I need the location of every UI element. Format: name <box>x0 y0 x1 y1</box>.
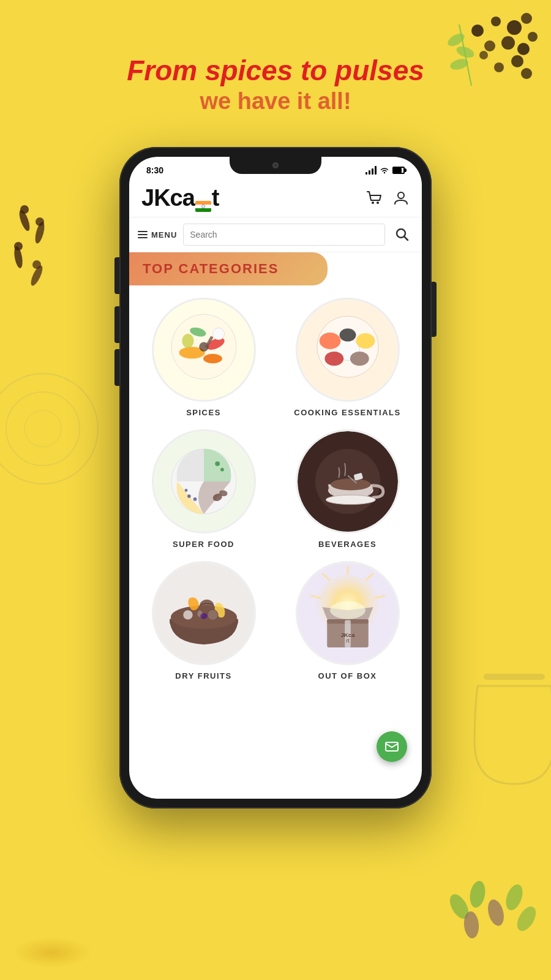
spices-image <box>152 298 256 402</box>
phone-mockup: 8:30 <box>119 147 432 809</box>
dry-fruits-label: DRY FRUITS <box>175 671 231 680</box>
camera-dot <box>272 162 279 168</box>
cloves-decoration <box>6 196 61 318</box>
svg-point-22 <box>29 264 45 287</box>
beverages-label: BEVERAGES <box>318 540 377 549</box>
svg-point-65 <box>193 497 197 501</box>
svg-point-3 <box>521 13 532 24</box>
category-dry-fruits[interactable]: DRY FRUITS <box>138 561 269 680</box>
menu-label: MENU <box>151 230 177 239</box>
out-of-box-image: JKca rt <box>296 561 400 665</box>
phone-notch <box>230 157 321 174</box>
status-icons <box>365 166 405 175</box>
category-super-food[interactable]: SUPER FOOD <box>138 429 269 549</box>
svg-point-4 <box>501 36 515 50</box>
cooking-essentials-label: COOKING ESSENTIALS <box>294 408 400 417</box>
super-food-image <box>152 429 256 533</box>
beverages-image <box>296 429 400 533</box>
svg-point-48 <box>212 328 224 339</box>
svg-point-73 <box>326 495 375 504</box>
status-time: 8:30 <box>146 165 163 175</box>
svg-point-26 <box>485 898 507 928</box>
jar-illustration <box>465 662 551 796</box>
svg-point-31 <box>6 392 80 466</box>
svg-point-34 <box>201 205 204 208</box>
logo-jk: JK <box>141 185 170 211</box>
svg-point-80 <box>183 610 192 619</box>
svg-text:rt: rt <box>346 638 350 644</box>
svg-point-28 <box>463 911 480 939</box>
svg-point-17 <box>20 205 29 214</box>
logo-t: t <box>212 185 219 211</box>
svg-point-21 <box>14 242 23 251</box>
tagline-main: From spices to pulses <box>0 55 551 86</box>
categories-grid: SPICES <box>138 298 413 693</box>
category-spices[interactable]: SPICES <box>138 298 269 417</box>
wifi-icon <box>380 167 389 174</box>
svg-point-45 <box>203 354 222 363</box>
svg-point-16 <box>17 209 32 232</box>
logo-flag <box>195 184 212 212</box>
category-cooking-essentials[interactable]: COOKING ESSENTIALS <box>282 298 413 417</box>
svg-point-13 <box>446 31 467 49</box>
svg-point-36 <box>377 202 379 204</box>
category-out-of-box[interactable]: JKca rt OUT OF BOX <box>282 561 413 680</box>
svg-point-55 <box>350 352 369 366</box>
profile-icon[interactable] <box>392 189 410 206</box>
svg-point-70 <box>331 478 371 490</box>
svg-point-37 <box>398 192 404 198</box>
battery-icon <box>392 167 405 174</box>
cooking-essentials-image <box>296 298 400 402</box>
categories-title: TOP CATEGORIES <box>143 261 314 277</box>
svg-point-20 <box>13 246 24 269</box>
menu-bar: MENU <box>129 217 422 252</box>
svg-point-64 <box>187 494 190 498</box>
svg-point-79 <box>207 609 217 620</box>
svg-point-61 <box>220 468 224 472</box>
svg-point-2 <box>507 20 522 35</box>
super-food-label: SUPER FOOD <box>173 540 234 549</box>
search-input[interactable] <box>183 224 385 246</box>
search-icon <box>395 228 409 241</box>
svg-point-27 <box>503 882 526 913</box>
svg-point-32 <box>24 410 61 447</box>
cart-icon[interactable] <box>365 189 383 206</box>
turmeric-decoration <box>12 937 92 968</box>
bg-illustration <box>0 368 104 490</box>
svg-point-56 <box>324 352 343 366</box>
category-beverages[interactable]: BEVERAGES <box>282 429 413 549</box>
svg-point-60 <box>215 461 220 466</box>
phone-frame: 8:30 <box>119 147 432 809</box>
svg-point-66 <box>184 489 187 492</box>
svg-point-0 <box>471 24 484 37</box>
categories-section: TOP CATEGORIES <box>129 252 422 796</box>
out-of-box-label: OUT OF BOX <box>318 671 377 680</box>
logo-ca: ca <box>170 185 195 211</box>
svg-point-1 <box>491 17 501 26</box>
svg-point-18 <box>34 221 47 244</box>
chat-fab-button[interactable] <box>377 731 407 762</box>
menu-button[interactable]: MENU <box>138 230 177 239</box>
svg-rect-33 <box>484 674 545 680</box>
cardamom-decoration <box>441 870 539 943</box>
search-button[interactable] <box>391 224 413 246</box>
tagline-sub: we have it all! <box>0 86 551 116</box>
svg-point-29 <box>514 903 539 934</box>
app-header: JK ca t <box>129 179 422 217</box>
svg-point-30 <box>0 374 98 484</box>
svg-point-23 <box>32 260 41 269</box>
svg-point-57 <box>339 328 356 341</box>
svg-point-53 <box>319 333 340 349</box>
svg-point-94 <box>330 601 365 619</box>
svg-point-54 <box>356 333 375 349</box>
app-logo: JK ca t <box>141 184 219 212</box>
signal-icon <box>365 166 377 175</box>
svg-point-19 <box>36 217 44 226</box>
spices-label: SPICES <box>186 408 221 417</box>
phone-screen: 8:30 <box>129 157 422 799</box>
svg-point-25 <box>468 880 487 908</box>
email-icon <box>384 739 399 754</box>
tagline-section: From spices to pulses we have it all! <box>0 55 551 116</box>
header-actions <box>365 189 410 206</box>
svg-point-7 <box>528 32 538 42</box>
